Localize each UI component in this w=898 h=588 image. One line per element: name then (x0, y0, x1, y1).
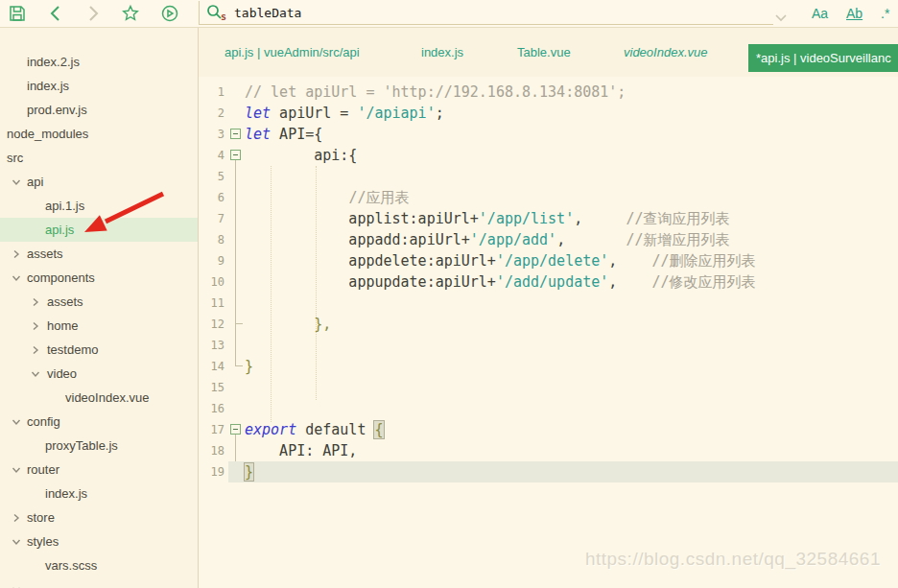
whole-word-toggle[interactable]: Ab (846, 5, 863, 22)
chevron-right-icon[interactable] (31, 321, 40, 331)
line-number-16: 16 (199, 398, 224, 419)
code-token: //查询应用列表 (626, 210, 729, 227)
chevron-down-icon[interactable] (12, 465, 21, 475)
tree-item-label: assets (27, 242, 63, 266)
tree-item-video[interactable]: video (0, 362, 198, 386)
tab-3[interactable]: videoIndex.vue (624, 28, 707, 77)
tree-item-styles[interactable]: styles (0, 529, 198, 553)
back-icon[interactable] (46, 4, 65, 23)
chevron-down-icon[interactable] (12, 273, 21, 283)
code-line-19[interactable]: } (245, 461, 253, 482)
code-token: ; (436, 105, 444, 122)
tree-item-videoIndex.vue[interactable]: videoIndex.vue (0, 386, 198, 410)
code-token: , (608, 252, 651, 270)
svg-text:s: s (221, 12, 226, 22)
tree-item-label: video (47, 362, 77, 386)
code-token (245, 316, 314, 333)
tree-item-index.js[interactable]: index.js (0, 482, 198, 506)
search-dropdown-icon[interactable] (775, 9, 787, 26)
search-input[interactable] (232, 3, 754, 23)
file-tree[interactable]: index.2.jsindex.jsprod.env.jsnode_module… (0, 28, 198, 588)
tree-item-index.2.js[interactable]: index.2.js (0, 50, 198, 74)
code-line-2[interactable]: let apiUrl = '/apiapi'; (245, 103, 444, 124)
tree-item-label: videoIndex.vue (65, 386, 149, 410)
line-number-8: 8 (199, 229, 224, 250)
code-token: '/app/delete' (496, 252, 608, 270)
tab-2[interactable]: Table.vue (517, 28, 571, 77)
chevron-down-icon[interactable] (12, 177, 21, 187)
tree-item-api[interactable]: api (0, 170, 198, 194)
code-line-10[interactable]: appupdate:apiUrl+'/add/update', //修改应用列表 (245, 271, 756, 293)
code-line-4[interactable]: api:{ (245, 145, 357, 166)
tab-0[interactable]: api.js | vueAdmin/src/api (224, 28, 360, 77)
tree-item-label: testdemo (47, 338, 98, 362)
line-number-13: 13 (199, 335, 224, 356)
tree-item-assets[interactable]: assets (0, 242, 198, 266)
fold-marker-icon[interactable] (230, 129, 241, 139)
code-token: '/app/add' (470, 231, 556, 248)
code-line-3[interactable]: let API={ (245, 124, 322, 145)
code-token: appdelete:apiUrl+ (245, 252, 496, 270)
code-token: } (245, 463, 253, 481)
tab-1[interactable]: index.js (421, 28, 463, 77)
tree-item-prod.env.js[interactable]: prod.env.js (0, 98, 198, 122)
code-line-1[interactable]: // let apiUrl = 'http://192.168.8.134:80… (245, 82, 626, 103)
line-number-5: 5 (199, 166, 224, 187)
tree-item-label: router (27, 458, 59, 482)
tree-item-components[interactable]: components (0, 266, 198, 290)
forward-icon[interactable] (83, 4, 103, 23)
favorite-icon[interactable] (121, 4, 140, 23)
fold-marker-icon[interactable] (230, 150, 241, 160)
tree-item-home[interactable]: home (0, 314, 198, 338)
code-token: { (374, 421, 383, 438)
fold-marker-icon[interactable] (230, 424, 241, 435)
code-token: //修改应用列表 (651, 273, 755, 291)
tab-4[interactable]: *api.js | videoSurveillanc (748, 44, 898, 72)
chevron-down-icon[interactable] (12, 537, 21, 547)
chevron-right-icon[interactable] (31, 345, 40, 355)
tree-item-src[interactable]: src (0, 146, 198, 170)
tree-item-partial[interactable] (0, 577, 198, 588)
code-token: let (245, 105, 271, 122)
tree-item-proxyTable.js[interactable]: proxyTable.js (0, 434, 198, 458)
search-icon[interactable]: s (205, 4, 228, 26)
save-icon[interactable] (8, 4, 27, 23)
code-line-6[interactable]: //应用表 (245, 187, 409, 208)
tree-item-config[interactable]: config (0, 410, 198, 434)
code-token: api:{ (245, 147, 357, 164)
code-token: , (556, 231, 626, 248)
line-number-11: 11 (199, 293, 224, 314)
tree-item-vars.scss[interactable]: vars.scss (0, 553, 198, 577)
code-line-12[interactable]: }, (245, 314, 331, 335)
code-token: //新增应用列表 (626, 231, 729, 248)
code-token: } (245, 358, 253, 375)
code-line-14[interactable]: } (245, 356, 253, 377)
line-number-17: 17 (199, 419, 224, 440)
chevron-right-icon[interactable] (12, 249, 21, 259)
code-line-8[interactable]: appadd:apiUrl+'/app/add', //新增应用列表 (245, 229, 729, 250)
tree-item-api.1.js[interactable]: api.1.js (0, 194, 198, 218)
tree-item-assets[interactable]: assets (0, 290, 198, 314)
run-icon[interactable] (160, 4, 179, 23)
line-number-6: 6 (199, 187, 224, 208)
chevron-down-icon[interactable] (31, 369, 40, 379)
chevron-right-icon[interactable] (31, 297, 40, 307)
chevron-down-icon[interactable] (12, 417, 21, 427)
tree-item-index.js[interactable]: index.js (0, 74, 198, 98)
code-line-9[interactable]: appdelete:apiUrl+'/app/delete', //删除应用列表 (245, 250, 756, 271)
code-token: //删除应用列表 (651, 252, 755, 270)
tree-item-store[interactable]: store (0, 506, 198, 529)
code-line-17[interactable]: export default { (245, 419, 384, 440)
tree-item-router[interactable]: router (0, 458, 198, 482)
tree-item-testdemo[interactable]: testdemo (0, 338, 198, 362)
fold-line (235, 160, 236, 366)
tree-item-api.js[interactable]: api.js (0, 218, 198, 242)
code-token: '/app/list' (479, 210, 574, 227)
chevron-right-icon[interactable] (12, 513, 21, 523)
code-editor[interactable]: 1// let apiUrl = 'http://192.168.8.134:8… (199, 77, 898, 588)
code-line-18[interactable]: API: API, (245, 440, 357, 461)
regex-toggle[interactable]: .* (881, 5, 889, 22)
match-case-toggle[interactable]: Aa (812, 5, 828, 22)
tree-item-node_modules[interactable]: node_modules (0, 122, 198, 146)
code-line-7[interactable]: applist:apiUrl+'/app/list', //查询应用列表 (245, 208, 729, 229)
